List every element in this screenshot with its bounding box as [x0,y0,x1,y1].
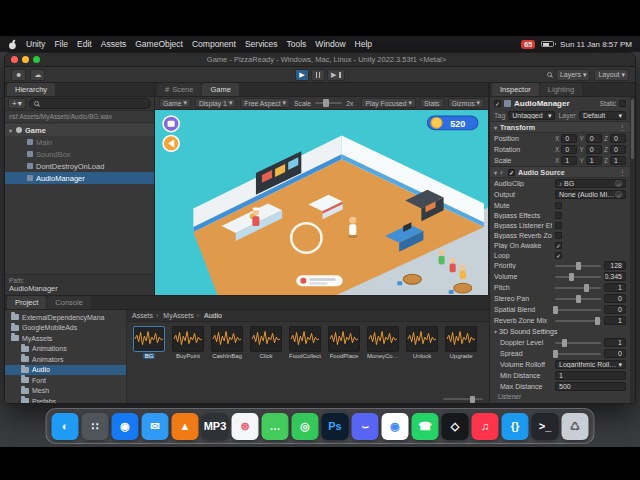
y-field[interactable]: 0 [586,134,602,143]
folder-item-animators[interactable]: Animators [5,354,126,365]
x-field[interactable]: 0 [561,145,577,154]
slider-thumb[interactable] [553,306,558,314]
sound3d-foldout[interactable]: 3D Sound Settings [490,326,630,337]
tab-console[interactable]: Console [47,296,91,309]
dock-icon-terminal[interactable]: >_ [532,413,559,440]
slider-value-field[interactable]: 1 [604,316,626,325]
dock-icon-photoshop[interactable]: Ps [322,413,349,440]
folder-item-font[interactable]: Font [5,375,126,386]
folder-item-prefabs[interactable]: Prefabs [5,396,126,403]
breadcrumb-item-assets[interactable]: Assets [132,312,161,319]
settings-button[interactable] [163,116,179,132]
tag-dropdown[interactable]: Untagged▾ [508,111,555,120]
back-button[interactable] [163,136,179,152]
output-field[interactable]: None (Audio Mixer Group)⊙ [555,190,626,199]
dock-icon-mp3-converter[interactable]: MP3 [202,413,229,440]
slider-value-field[interactable]: 0.345 [604,272,626,281]
value-checkbox[interactable] [555,212,562,219]
audio-asset-upgrade[interactable]: Upgrade [443,326,479,359]
breadcrumb-item-myassets[interactable]: MyAssets [163,312,202,319]
layer-dropdown[interactable]: Default▾ [579,111,626,120]
window-titlebar[interactable]: Game - PizzaReady - Windows, Mac, Linux … [5,53,635,67]
value-checkbox[interactable] [555,252,562,259]
display-dropdown[interactable]: Display 1▾ [195,98,236,108]
slider-track[interactable] [555,287,601,289]
tab-game[interactable]: Game [202,83,238,96]
dock-icon-photos[interactable]: ⊛ [232,413,259,440]
hierarchy-item-soundbox[interactable]: SoundBox [5,148,154,160]
slider-thumb[interactable] [569,273,574,281]
menu-item-help[interactable]: Help [355,39,372,49]
slider-value-field[interactable]: 0 [604,294,626,303]
hierarchy-item-main[interactable]: Main [5,136,154,148]
audioclip-field[interactable]: ♪BG⊙ [555,179,626,188]
slider-track[interactable] [555,265,601,267]
zoom-button[interactable] [33,56,40,63]
menu-item-assets[interactable]: Assets [101,39,127,49]
folder-item-externaldependencymana[interactable]: ExternalDependencyMana [5,312,126,323]
aspect-dropdown[interactable]: Free Aspect▾ [240,98,290,108]
battery-icon[interactable] [541,41,554,47]
audio-asset-cashinbag[interactable]: CashInBag [209,326,245,359]
breadcrumb-item-audio[interactable]: Audio [204,312,222,319]
hierarchy-search-input[interactable] [29,98,151,109]
x-field[interactable]: 0 [561,134,577,143]
dock-icon-vscode[interactable]: {} [502,413,529,440]
game-viewport[interactable]: 520 [155,110,488,295]
apple-menu-icon[interactable] [8,39,17,50]
folder-item-animations[interactable]: Animations [5,344,126,355]
dock-icon-whatsapp[interactable]: ☎ [412,413,439,440]
audio-asset-moneycoll[interactable]: MoneyColl... [365,326,401,359]
value-checkbox[interactable] [555,232,562,239]
audio-asset-bg[interactable]: BG [131,326,167,359]
slider-value-field[interactable]: 128 [604,261,626,270]
slider-thumb[interactable] [576,295,581,303]
menubar-clock[interactable]: Sun 11 Jan 8:57 PM [560,40,632,49]
component-enabled-checkbox[interactable] [508,169,515,176]
menu-item-component[interactable]: Component [192,39,236,49]
dock-icon-vlc[interactable]: ▲ [172,413,199,440]
account-button[interactable]: ☻ [11,69,26,81]
slider-value-field[interactable]: 1 [604,283,626,292]
value-checkbox[interactable] [555,242,562,249]
dock-icon-finder[interactable]: ◐ [52,413,79,440]
tab-inspector[interactable]: Inspector [492,83,539,96]
folder-item-myassets[interactable]: MyAssets [5,333,126,344]
gameobject-name-field[interactable]: AudioManager [514,99,597,108]
dock-icon-chrome[interactable]: ◉ [382,413,409,440]
slider-thumb[interactable] [584,284,589,292]
slider-value-field[interactable]: 0 [604,305,626,314]
object-picker-icon[interactable]: ⊙ [615,180,622,187]
slider-thumb[interactable] [576,262,581,270]
audio-asset-foodplace[interactable]: FoodPlace [326,326,362,359]
dock-icon-launchpad[interactable]: ∷ [82,413,109,440]
slider-track[interactable] [555,276,601,278]
max-distance-field[interactable]: 500 [555,382,626,391]
stats-button[interactable]: Stats [420,98,444,108]
battery-percent-badge[interactable]: 65 [521,40,535,49]
min-distance-field[interactable]: 1 [555,371,626,380]
value-checkbox[interactable] [555,222,562,229]
slider-thumb[interactable] [562,339,567,347]
tab-scene[interactable]: #Scene [157,83,201,96]
x-field[interactable]: 1 [561,156,577,165]
folder-item-mesh[interactable]: Mesh [5,386,126,397]
folder-item-googlemobileads[interactable]: GoogleMobileAds [5,323,126,334]
dock-icon-mail[interactable]: ✉ [142,413,169,440]
audio-asset-foodcollect[interactable]: FoodCollect [287,326,323,359]
thumbnail-size-slider[interactable] [443,398,483,400]
pause-button[interactable] [311,69,325,81]
audio-asset-buypoint[interactable]: BuyPoint [170,326,206,359]
search-icon[interactable] [547,72,552,77]
coin-counter[interactable]: 520 [427,116,477,130]
play-focused-dropdown[interactable]: Play Focused▾ [361,98,416,108]
audio-asset-unlock[interactable]: Unlock [404,326,440,359]
hierarchy-item-dontdestroyonload[interactable]: DontDestroyOnLoad [5,160,154,172]
dock-icon-safari[interactable]: ◉ [112,413,139,440]
slider-track[interactable] [555,309,601,311]
dock-icon-facetime[interactable]: ◎ [292,413,319,440]
z-field[interactable]: 0 [610,145,626,154]
hierarchy-item-audiomanager[interactable]: AudioManager [5,172,154,184]
menu-item-edit[interactable]: Edit [77,39,92,49]
dock-icon-discord[interactable]: ⌣ [352,413,379,440]
